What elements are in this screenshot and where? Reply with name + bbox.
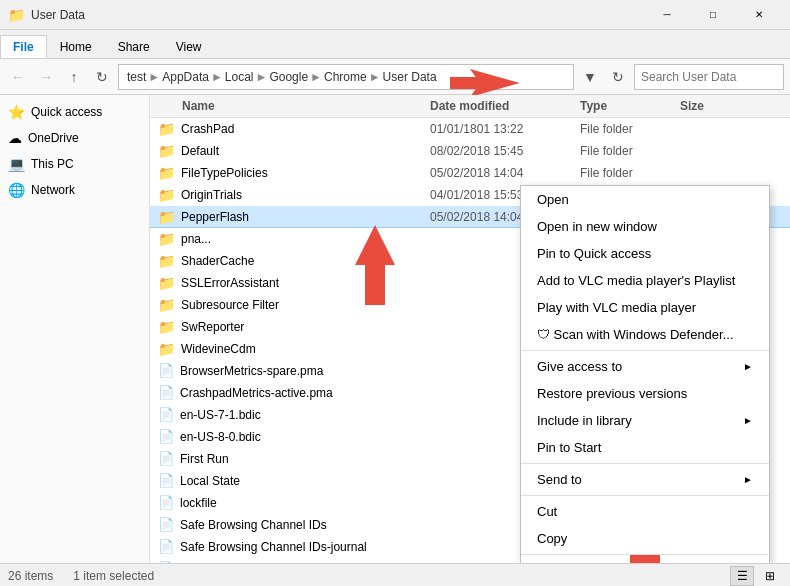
view-icons-button[interactable]: ⊞ [758, 566, 782, 586]
context-separator-2 [521, 463, 769, 464]
folder-icon: 📁 [158, 209, 175, 225]
file-icon: 📄 [158, 517, 174, 532]
context-separator-3 [521, 495, 769, 496]
column-date[interactable]: Date modified [430, 99, 580, 113]
address-path[interactable]: test ► AppData ► Local ► Google ► Chrome… [118, 64, 574, 90]
table-row[interactable]: 📁Default 08/02/2018 15:45 File folder [150, 140, 790, 162]
file-icon: 📄 [158, 561, 174, 563]
path-google[interactable]: Google [269, 70, 308, 84]
folder-icon: 📁 [158, 165, 175, 181]
sidebar-item-thispc[interactable]: 💻 This PC [0, 151, 149, 177]
path-local[interactable]: Local [225, 70, 254, 84]
context-send-to[interactable]: Send to ► [521, 466, 769, 493]
context-pin-quickaccess[interactable]: Pin to Quick access [521, 240, 769, 267]
address-bar: ← → ↑ ↻ test ► AppData ► Local ► Google … [0, 59, 790, 95]
maximize-button[interactable]: □ [690, 0, 736, 30]
file-icon: 📄 [158, 407, 174, 422]
ribbon-tabs: File Home Share View [0, 30, 790, 58]
sidebar-label-onedrive: OneDrive [28, 131, 79, 145]
window-icon: 📁 [8, 7, 25, 23]
search-box[interactable]: 🔍 [634, 64, 784, 90]
status-left: 26 items 1 item selected [8, 569, 154, 583]
view-details-button[interactable]: ☰ [730, 566, 754, 586]
path-chrome[interactable]: Chrome [324, 70, 367, 84]
title-bar-left: 📁 User Data [8, 7, 85, 23]
context-add-vlc-playlist[interactable]: Add to VLC media player's Playlist [521, 267, 769, 294]
status-right: ☰ ⊞ [730, 566, 782, 586]
sidebar-label-quickaccess: Quick access [31, 105, 102, 119]
submenu-arrow-icon: ► [743, 361, 753, 372]
column-size[interactable]: Size [680, 99, 760, 113]
context-scan-defender[interactable]: 🛡 Scan with Windows Defender... [521, 321, 769, 348]
context-create-shortcut[interactable]: Create shortcut [521, 557, 769, 563]
folder-icon: 📁 [158, 231, 175, 247]
window-title: User Data [31, 8, 85, 22]
folder-icon: 📁 [158, 341, 175, 357]
window-controls[interactable]: ─ □ ✕ [644, 0, 782, 30]
folder-icon: 📁 [158, 297, 175, 313]
tab-file[interactable]: File [0, 35, 47, 58]
folder-icon: 📁 [158, 319, 175, 335]
sidebar-item-network[interactable]: 🌐 Network [0, 177, 149, 203]
file-icon: 📄 [158, 473, 174, 488]
tab-view[interactable]: View [163, 35, 215, 58]
sidebar: ⭐ Quick access ☁ OneDrive 💻 This PC 🌐 Ne… [0, 95, 150, 563]
context-open[interactable]: Open [521, 186, 769, 213]
star-icon: ⭐ [8, 104, 25, 120]
sidebar-item-onedrive[interactable]: ☁ OneDrive [0, 125, 149, 151]
path-userdata[interactable]: User Data [383, 70, 437, 84]
cloud-icon: ☁ [8, 130, 22, 146]
refresh-path-button[interactable]: ↻ [606, 65, 630, 89]
context-open-new-window[interactable]: Open in new window [521, 213, 769, 240]
context-separator-4 [521, 554, 769, 555]
sidebar-label-thispc: This PC [31, 157, 74, 171]
item-count: 26 items [8, 569, 53, 583]
path-dropdown-button[interactable]: ▼ [578, 65, 602, 89]
context-pin-start[interactable]: Pin to Start [521, 434, 769, 461]
folder-icon: 📁 [158, 253, 175, 269]
context-copy[interactable]: Copy [521, 525, 769, 552]
context-menu: Open Open in new window Pin to Quick acc… [520, 185, 770, 563]
submenu-arrow-icon-3: ► [743, 474, 753, 485]
table-row[interactable]: 📁CrashPad 01/01/1801 13:22 File folder [150, 118, 790, 140]
refresh-button[interactable]: ↻ [90, 65, 114, 89]
column-name[interactable]: Name [150, 99, 430, 113]
up-button[interactable]: ↑ [62, 65, 86, 89]
context-play-vlc[interactable]: Play with VLC media player [521, 294, 769, 321]
submenu-arrow-icon-2: ► [743, 415, 753, 426]
file-list-header: Name Date modified Type Size [150, 95, 790, 118]
column-type[interactable]: Type [580, 99, 680, 113]
folder-icon: 📁 [158, 121, 175, 137]
sidebar-label-network: Network [31, 183, 75, 197]
context-give-access[interactable]: Give access to ► [521, 353, 769, 380]
context-cut[interactable]: Cut [521, 498, 769, 525]
selected-count: 1 item selected [73, 569, 154, 583]
minimize-button[interactable]: ─ [644, 0, 690, 30]
file-icon: 📄 [158, 451, 174, 466]
tab-share[interactable]: Share [105, 35, 163, 58]
file-icon: 📄 [158, 363, 174, 378]
sidebar-item-quickaccess[interactable]: ⭐ Quick access [0, 99, 149, 125]
table-row[interactable]: 📁FileTypePolicies 05/02/2018 14:04 File … [150, 162, 790, 184]
file-icon: 📄 [158, 385, 174, 400]
back-button[interactable]: ← [6, 65, 30, 89]
tab-home[interactable]: Home [47, 35, 105, 58]
network-icon: 🌐 [8, 182, 25, 198]
context-include-library[interactable]: Include in library ► [521, 407, 769, 434]
close-button[interactable]: ✕ [736, 0, 782, 30]
path-test[interactable]: test [127, 70, 146, 84]
file-icon: 📄 [158, 429, 174, 444]
status-bar: 26 items 1 item selected ☰ ⊞ [0, 563, 790, 586]
context-restore-versions[interactable]: Restore previous versions [521, 380, 769, 407]
content-area: Name Date modified Type Size 📁CrashPad 0… [150, 95, 790, 563]
folder-icon: 📁 [158, 143, 175, 159]
path-appdata[interactable]: AppData [162, 70, 209, 84]
file-icon: 📄 [158, 495, 174, 510]
forward-button[interactable]: → [34, 65, 58, 89]
main-layout: ⭐ Quick access ☁ OneDrive 💻 This PC 🌐 Ne… [0, 95, 790, 563]
folder-icon: 📁 [158, 275, 175, 291]
file-icon: 📄 [158, 539, 174, 554]
context-separator-1 [521, 350, 769, 351]
folder-icon: 📁 [158, 187, 175, 203]
search-input[interactable] [641, 70, 790, 84]
